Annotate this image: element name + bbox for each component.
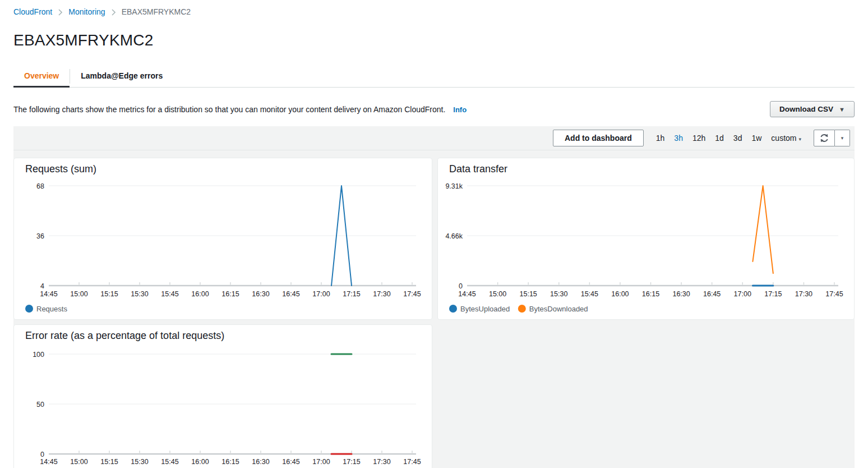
svg-text:16:00: 16:00: [611, 290, 629, 298]
svg-text:16:30: 16:30: [672, 290, 690, 298]
time-range-custom[interactable]: custom▾: [771, 134, 801, 143]
requests-chart: 6836414:4515:0015:1515:3015:4516:0016:15…: [14, 158, 432, 319]
svg-text:BytesDownloaded: BytesDownloaded: [529, 305, 588, 313]
svg-text:15:45: 15:45: [161, 290, 178, 298]
svg-text:9.31k: 9.31k: [445, 182, 463, 190]
svg-text:16:15: 16:15: [221, 290, 239, 298]
time-range-12h[interactable]: 12h: [692, 134, 705, 143]
svg-text:15:30: 15:30: [131, 290, 148, 298]
tab-bar: Overview Lambda@Edge errors: [13, 66, 855, 88]
requests-chart-card: Requests (sum) 6836414:4515:0015:1515:30…: [13, 158, 432, 320]
metrics-panel: Add to dashboard 1h 3h 12h 1d 3d 1w cust…: [13, 126, 855, 468]
svg-text:4: 4: [40, 282, 44, 290]
svg-text:17:00: 17:00: [734, 290, 751, 298]
info-link[interactable]: Info: [453, 105, 467, 114]
data-transfer-chart: 9.31k4.66k014:4515:0015:1515:3015:4516:0…: [438, 158, 854, 319]
svg-text:17:30: 17:30: [373, 290, 390, 298]
breadcrumb-link-cloudfront[interactable]: CloudFront: [13, 7, 52, 16]
breadcrumb-link-monitoring[interactable]: Monitoring: [68, 7, 105, 16]
tab-lambda-edge-errors-label: Lambda@Edge errors: [81, 71, 163, 80]
description-text: The following charts show the metrics fo…: [13, 105, 467, 114]
svg-text:Requests: Requests: [36, 305, 67, 313]
svg-text:BytesUploaded: BytesUploaded: [460, 305, 510, 313]
svg-text:15:45: 15:45: [161, 458, 178, 466]
svg-text:16:45: 16:45: [282, 458, 299, 466]
svg-text:17:15: 17:15: [343, 290, 360, 298]
svg-text:14:45: 14:45: [40, 290, 57, 298]
breadcrumb-separator-icon: [112, 9, 116, 16]
breadcrumb: CloudFront Monitoring EBAX5MFRYKMC2: [13, 0, 855, 16]
add-to-dashboard-button[interactable]: Add to dashboard: [553, 130, 644, 146]
breadcrumb-separator-icon: [58, 9, 62, 16]
svg-text:15:00: 15:00: [70, 290, 87, 298]
svg-text:4.66k: 4.66k: [445, 232, 463, 240]
svg-text:17:30: 17:30: [373, 458, 390, 466]
error-rate-chart-title: Error rate (as a percentage of total req…: [25, 330, 224, 342]
svg-text:36: 36: [36, 232, 44, 240]
svg-text:15:45: 15:45: [581, 290, 598, 298]
time-range-custom-label: custom: [771, 134, 796, 143]
breadcrumb-current: EBAX5MFRYKMC2: [122, 7, 191, 16]
svg-text:17:30: 17:30: [795, 290, 812, 298]
svg-text:17:15: 17:15: [343, 458, 360, 466]
description-sentence: The following charts show the metrics fo…: [13, 105, 445, 114]
time-range-1h[interactable]: 1h: [656, 134, 665, 143]
svg-text:17:00: 17:00: [312, 458, 330, 466]
time-range-selector: 1h 3h 12h 1d 3d 1w custom▾: [656, 134, 801, 143]
download-csv-button[interactable]: Download CSV ▼: [770, 101, 855, 117]
svg-text:16:00: 16:00: [191, 458, 209, 466]
metrics-toolbar: Add to dashboard 1h 3h 12h 1d 3d 1w cust…: [13, 126, 855, 150]
data-transfer-chart-title: Data transfer: [449, 163, 507, 175]
svg-text:17:45: 17:45: [403, 290, 421, 298]
time-range-3d[interactable]: 3d: [733, 134, 742, 143]
svg-text:0: 0: [459, 282, 463, 290]
svg-text:16:00: 16:00: [191, 290, 209, 298]
caret-down-icon: ▾: [798, 136, 801, 142]
refresh-button-group: ▾: [814, 130, 850, 146]
page-title: EBAX5MFRYKMC2: [13, 31, 855, 49]
requests-chart-title: Requests (sum): [25, 163, 96, 175]
cloudfront-monitoring-page: CloudFront Monitoring EBAX5MFRYKMC2 EBAX…: [0, 0, 868, 117]
svg-text:16:30: 16:30: [252, 458, 269, 466]
refresh-options-button[interactable]: ▾: [835, 130, 850, 146]
svg-text:16:30: 16:30: [252, 290, 269, 298]
caret-down-icon: ▼: [839, 106, 845, 113]
refresh-button[interactable]: [814, 130, 835, 146]
svg-text:15:00: 15:00: [489, 290, 506, 298]
tab-overview[interactable]: Overview: [13, 66, 70, 87]
time-range-1w[interactable]: 1w: [751, 134, 761, 143]
svg-text:100: 100: [33, 351, 44, 359]
svg-text:17:45: 17:45: [825, 290, 843, 298]
svg-text:15:15: 15:15: [520, 290, 537, 298]
svg-text:17:45: 17:45: [403, 458, 421, 466]
svg-text:14:45: 14:45: [458, 290, 475, 298]
time-range-3h[interactable]: 3h: [674, 134, 683, 143]
svg-text:15:30: 15:30: [131, 458, 148, 466]
svg-text:16:15: 16:15: [221, 458, 239, 466]
svg-text:16:45: 16:45: [703, 290, 721, 298]
svg-text:0: 0: [40, 451, 44, 458]
svg-text:16:15: 16:15: [642, 290, 659, 298]
svg-text:15:30: 15:30: [550, 290, 567, 298]
tab-overview-label: Overview: [24, 71, 59, 80]
caret-down-icon: ▾: [841, 135, 844, 141]
refresh-icon: [819, 133, 829, 143]
description-row: The following charts show the metrics fo…: [13, 101, 855, 117]
tab-lambda-edge-errors[interactable]: Lambda@Edge errors: [70, 66, 173, 87]
error-rate-chart: 10050014:4515:0015:1515:3015:4516:0016:1…: [14, 325, 432, 468]
error-rate-chart-card: Error rate (as a percentage of total req…: [13, 324, 432, 468]
svg-text:15:00: 15:00: [70, 458, 87, 466]
svg-text:15:15: 15:15: [100, 290, 118, 298]
svg-text:14:45: 14:45: [40, 458, 57, 466]
data-transfer-chart-card: Data transfer 9.31k4.66k014:4515:0015:15…: [437, 158, 855, 320]
svg-text:68: 68: [36, 182, 44, 190]
svg-text:50: 50: [36, 401, 44, 409]
svg-text:17:00: 17:00: [312, 290, 330, 298]
download-csv-label: Download CSV: [779, 105, 833, 113]
svg-text:15:15: 15:15: [100, 458, 118, 466]
svg-text:17:15: 17:15: [764, 290, 782, 298]
time-range-1d[interactable]: 1d: [715, 134, 724, 143]
svg-text:16:45: 16:45: [282, 290, 299, 298]
